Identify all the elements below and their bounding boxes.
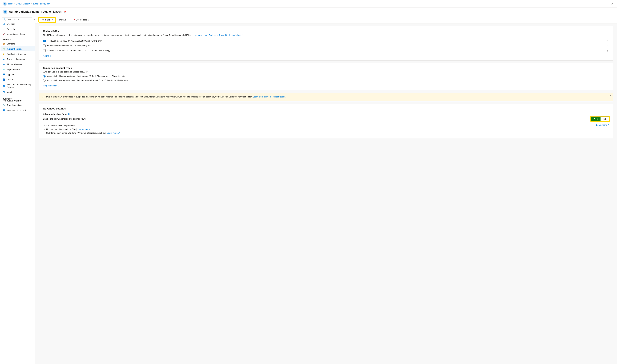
copy-btn-uri1[interactable]: ⎘ — [606, 39, 609, 43]
copy-btn-uri3[interactable]: ⎘ — [606, 49, 609, 52]
discard-button[interactable]: Discard — [57, 18, 68, 22]
uri-text-uri3: aaaa111aa111-1111-11aa-aa1a-1111a11aa111… — [47, 49, 604, 52]
uri-item-uri1: 44445555-eeee-6666-ffff-7777aaaa8888://a… — [43, 39, 609, 43]
app-logo — [2, 2, 7, 6]
radio-item-single-tenant[interactable]: Accounts in this organizational director… — [43, 75, 609, 78]
uri-item-uri2: https://login.live.com/oauth20_desktop.s… — [43, 44, 609, 47]
public-flows-label: Allow public client flows ⓘ — [43, 113, 609, 116]
nav-label-branding: Branding — [7, 43, 15, 45]
nav-label-troubleshooting: Troubleshooting — [7, 104, 22, 106]
bullet-row: App collects plaintext passwordNo keyboa… — [43, 124, 609, 135]
more-icon[interactable]: ··· — [67, 11, 69, 13]
radio-item-multi-tenant[interactable]: Accounts in any organizational directory… — [43, 79, 609, 82]
support-label: Support + Troubleshooting — [0, 96, 35, 103]
radio-label-multi-tenant: Accounts in any organizational directory… — [47, 79, 128, 81]
page-title: suitable-display-name — [9, 10, 39, 13]
sidebar-item-expose-api[interactable]: ☁ Expose an API — [0, 67, 35, 72]
warning-learn-more[interactable]: Learn more about these restrictions. — [253, 96, 286, 98]
nav-icon-owners: 👤 — [2, 78, 5, 81]
sidebar-item-api-permissions[interactable]: ☁ API permissions — [0, 62, 35, 67]
uri-list: 44445555-eeee-6666-ffff-7777aaaa8888://a… — [43, 39, 609, 52]
nav-icon-token-config: ≡ — [2, 58, 5, 60]
search-input[interactable] — [7, 18, 31, 21]
add-uri-link[interactable]: Add URI — [43, 55, 51, 57]
copy-btn-uri2[interactable]: ⎘ — [606, 44, 609, 47]
account-types-section: Supported account types Who can use this… — [39, 63, 613, 90]
sidebar-item-owners[interactable]: 👤 Owners — [0, 77, 35, 82]
nav-label-new-support: New support request — [7, 109, 26, 111]
heart-icon: ♥ — [74, 19, 75, 21]
save-label: Save — [45, 19, 50, 21]
save-button[interactable]: 💾 Save ✕ — [39, 17, 56, 22]
collapse-button[interactable]: « — [33, 18, 35, 21]
redirect-uris-learn-more[interactable]: Learn more about Redirect URIs and their… — [192, 34, 243, 36]
sidebar-item-branding[interactable]: 🎨 Branding — [0, 41, 35, 46]
help-link[interactable]: Help me decide... — [43, 85, 59, 87]
warning-close-button[interactable]: ✕ — [609, 94, 611, 97]
sidebar-item-troubleshooting[interactable]: 🔧 Troubleshooting — [0, 103, 35, 108]
bullet-learn-more-2[interactable]: Learn more ↗ — [107, 132, 120, 134]
nav-icon-integration-assistant: 🚀 — [2, 33, 5, 35]
bullet-list: App collects plaintext passwordNo keyboa… — [43, 124, 120, 135]
sidebar-item-authentication[interactable]: ↻ Authentication — [0, 46, 35, 51]
nav-label-roles-admins: Roles and administrators | Preview — [7, 83, 32, 88]
redirect-uris-panel: Redirect URIs The URIs we will accept as… — [39, 26, 613, 61]
nav-icon-troubleshooting: 🔧 — [2, 104, 5, 106]
sidebar-item-quickstart[interactable]: ⚡ Quickstart — [0, 26, 35, 32]
sidebar-item-token-config[interactable]: ≡ Token configuration — [0, 56, 35, 62]
public-flows-toggle: Yes No — [591, 117, 609, 121]
svg-point-2 — [4, 3, 5, 4]
learn-more-plaintext[interactable]: Learn more ↗ — [596, 124, 609, 126]
sidebar: 🔍 « ⊞ Overview ⚡ Quickstart 🚀 Integratio… — [0, 16, 35, 364]
account-types-panel: Supported account types Who can use this… — [39, 63, 613, 90]
nav-icon-quickstart: ⚡ — [2, 28, 5, 30]
nav-label-expose-api: Expose an API — [7, 68, 20, 71]
nav-search-row: 🔍 « — [0, 16, 35, 21]
sidebar-item-new-support[interactable]: 👥 New support request — [0, 108, 35, 113]
sidebar-item-app-roles[interactable]: ☰ App roles — [0, 72, 35, 77]
breadcrumb-directory[interactable]: Default Directory — [16, 3, 30, 5]
bullet-item-2: SSO for domain-joined Windows (Windows I… — [46, 131, 120, 135]
breadcrumb: Home › Default Directory › suitable-disp… — [8, 3, 610, 5]
nav-label-token-config: Token configuration — [7, 58, 25, 60]
uri-text-uri1: 44445555-eeee-6666-ffff-7777aaaa8888://a… — [47, 40, 604, 42]
account-types-question: Who can use this application or access t… — [43, 71, 609, 73]
uri-checkbox-uri2[interactable] — [43, 44, 46, 47]
close-button[interactable]: ✕ — [610, 2, 615, 6]
sidebar-item-manifest[interactable]: ⊟ Manifest — [0, 90, 35, 95]
header-icons: 📌 ··· — [64, 11, 69, 13]
info-icon[interactable]: ⓘ — [68, 113, 70, 116]
redirect-uris-section: Redirect URIs The URIs we will accept as… — [39, 26, 613, 60]
sidebar-item-roles-admins[interactable]: 👥 Roles and administrators | Preview — [0, 82, 35, 90]
nav-icon-api-permissions: ☁ — [2, 63, 5, 65]
page-app-icon — [2, 9, 8, 14]
breadcrumb-home[interactable]: Home — [8, 3, 13, 5]
nav-label-certificates: Certificates & secrets — [7, 53, 26, 55]
nav-icon-expose-api: ☁ — [2, 68, 5, 71]
nav-label-overview: Overview — [7, 23, 15, 25]
nav-icon-manifest: ⊟ — [2, 91, 5, 93]
discard-x-icon[interactable]: ✕ — [51, 19, 53, 21]
pin-icon[interactable]: 📌 — [64, 11, 66, 13]
radio-multi-tenant[interactable] — [43, 79, 46, 82]
nav-label-integration-assistant: Integration assistant — [7, 33, 25, 35]
bullet-learn-more-1[interactable]: Learn more ↗ — [77, 128, 90, 130]
radio-single-tenant[interactable] — [43, 75, 46, 78]
feedback-button[interactable]: ♥ Got feedback? — [71, 18, 91, 22]
uri-text-uri2: https://login.live.com/oauth20_desktop.s… — [47, 44, 604, 47]
page-subtitle: Authentication — [43, 10, 62, 13]
toggle-no[interactable]: No — [601, 117, 609, 121]
toggle-yes[interactable]: Yes — [591, 117, 601, 121]
svg-point-5 — [4, 11, 6, 13]
feedback-label: Got feedback? — [76, 19, 89, 21]
uri-checkbox-uri3[interactable] — [43, 49, 46, 52]
uri-item-uri3: aaaa111aa111-1111-11aa-aa1a-1111a11aa111… — [43, 49, 609, 52]
bullet-item-0: App collects plaintext password — [46, 124, 120, 127]
sidebar-item-integration-assistant[interactable]: 🚀 Integration assistant — [0, 32, 35, 37]
sidebar-item-overview[interactable]: ⊞ Overview — [0, 21, 35, 26]
sidebar-item-certificates[interactable]: 🔑 Certificates & secrets — [0, 51, 35, 56]
nav-icon-roles-admins: 👥 — [2, 85, 5, 87]
discard-label: Discard — [59, 19, 66, 21]
uri-checkbox-uri1[interactable] — [43, 40, 46, 42]
search-wrap: 🔍 — [2, 17, 32, 21]
